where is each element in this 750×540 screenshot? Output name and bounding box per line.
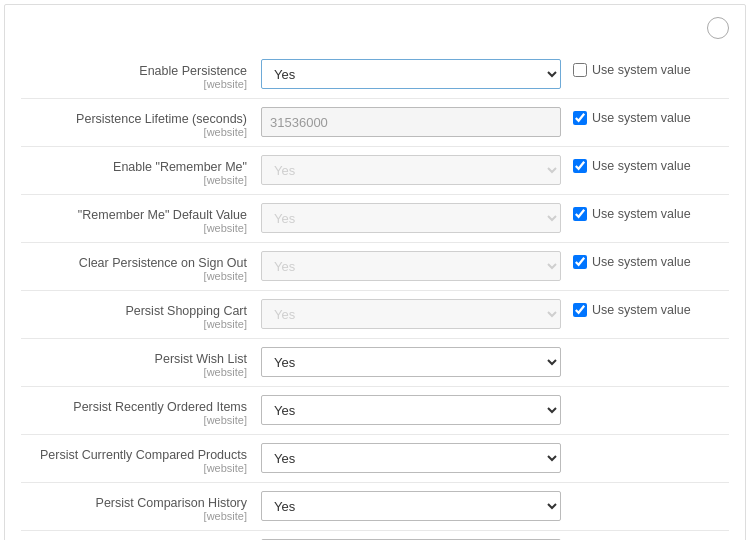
system-value-label-persistence-lifetime[interactable]: Use system value	[573, 111, 691, 125]
control-col-persist-wish-list: YesNo	[261, 347, 561, 377]
control-col-clear-persistence-sign-out: YesNo	[261, 251, 561, 281]
system-value-label-remember-me-default[interactable]: Use system value	[573, 207, 691, 221]
system-value-checkbox-enable-remember-me[interactable]	[573, 159, 587, 173]
form-row-persist-wish-list: Persist Wish List[website]YesNo	[21, 341, 729, 384]
select-persist-wish-list[interactable]: YesNo	[261, 347, 561, 377]
row-divider	[21, 530, 729, 531]
form-row-persist-shopping-cart: Persist Shopping Cart[website]YesNoUse s…	[21, 293, 729, 336]
system-value-text-persist-shopping-cart: Use system value	[592, 303, 691, 317]
label-text-enable-remember-me: Enable "Remember Me"	[21, 160, 247, 174]
input-persistence-lifetime	[261, 107, 561, 137]
system-value-text-remember-me-default: Use system value	[592, 207, 691, 221]
system-value-checkbox-enable-persistence[interactable]	[573, 63, 587, 77]
system-value-col-clear-persistence-sign-out: Use system value	[561, 251, 721, 269]
label-sub-persistence-lifetime: [website]	[21, 126, 247, 138]
row-divider	[21, 338, 729, 339]
system-value-label-enable-persistence[interactable]: Use system value	[573, 63, 691, 77]
label-sub-clear-persistence-sign-out: [website]	[21, 270, 247, 282]
control-col-enable-remember-me: YesNo	[261, 155, 561, 185]
system-value-col-enable-persistence: Use system value	[561, 59, 721, 77]
label-text-clear-persistence-sign-out: Clear Persistence on Sign Out	[21, 256, 247, 270]
select-clear-persistence-sign-out[interactable]: YesNo	[261, 251, 561, 281]
row-divider	[21, 146, 729, 147]
form-row-enable-remember-me: Enable "Remember Me"[website]YesNoUse sy…	[21, 149, 729, 192]
select-persist-shopping-cart[interactable]: YesNo	[261, 299, 561, 329]
label-sub-persist-wish-list: [website]	[21, 366, 247, 378]
control-col-persist-shopping-cart: YesNo	[261, 299, 561, 329]
label-col-persistence-lifetime: Persistence Lifetime (seconds)[website]	[21, 107, 261, 138]
label-sub-enable-persistence: [website]	[21, 78, 247, 90]
system-value-col-persist-wish-list	[561, 347, 721, 351]
control-col-persistence-lifetime	[261, 107, 561, 137]
form-rows: Enable Persistence[website]YesNoUse syst…	[21, 53, 729, 540]
control-col-enable-persistence: YesNo	[261, 59, 561, 89]
system-value-col-enable-remember-me: Use system value	[561, 155, 721, 173]
system-value-col-persistence-lifetime: Use system value	[561, 107, 721, 125]
system-value-checkbox-persist-shopping-cart[interactable]	[573, 303, 587, 317]
control-col-persist-comparison-history: YesNo	[261, 491, 561, 521]
label-text-persistence-lifetime: Persistence Lifetime (seconds)	[21, 112, 247, 126]
system-value-text-clear-persistence-sign-out: Use system value	[592, 255, 691, 269]
label-text-persist-shopping-cart: Persist Shopping Cart	[21, 304, 247, 318]
control-col-persist-currently-compared: YesNo	[261, 443, 561, 473]
select-enable-persistence[interactable]: YesNo	[261, 59, 561, 89]
form-row-persistence-lifetime: Persistence Lifetime (seconds)[website]U…	[21, 101, 729, 144]
system-value-col-persist-shopping-cart: Use system value	[561, 299, 721, 317]
label-sub-persist-recently-ordered: [website]	[21, 414, 247, 426]
control-col-remember-me-default: YesNo	[261, 203, 561, 233]
label-sub-remember-me-default: [website]	[21, 222, 247, 234]
label-col-persist-wish-list: Persist Wish List[website]	[21, 347, 261, 378]
row-divider	[21, 98, 729, 99]
label-col-clear-persistence-sign-out: Clear Persistence on Sign Out[website]	[21, 251, 261, 282]
label-text-persist-recently-ordered: Persist Recently Ordered Items	[21, 400, 247, 414]
row-divider	[21, 194, 729, 195]
select-persist-comparison-history[interactable]: YesNo	[261, 491, 561, 521]
select-enable-remember-me[interactable]: YesNo	[261, 155, 561, 185]
row-divider	[21, 242, 729, 243]
select-persist-recently-ordered[interactable]: YesNo	[261, 395, 561, 425]
system-value-col-persist-comparison-history	[561, 491, 721, 495]
label-sub-enable-remember-me: [website]	[21, 174, 247, 186]
label-col-enable-persistence: Enable Persistence[website]	[21, 59, 261, 90]
general-options-section: Enable Persistence[website]YesNoUse syst…	[4, 4, 746, 540]
row-divider	[21, 290, 729, 291]
form-row-enable-persistence: Enable Persistence[website]YesNoUse syst…	[21, 53, 729, 96]
section-header	[21, 17, 729, 39]
row-divider	[21, 482, 729, 483]
select-remember-me-default[interactable]: YesNo	[261, 203, 561, 233]
row-divider	[21, 386, 729, 387]
system-value-text-persistence-lifetime: Use system value	[592, 111, 691, 125]
label-text-enable-persistence: Enable Persistence	[21, 64, 247, 78]
label-col-enable-remember-me: Enable "Remember Me"[website]	[21, 155, 261, 186]
label-col-persist-recently-ordered: Persist Recently Ordered Items[website]	[21, 395, 261, 426]
select-persist-currently-compared[interactable]: YesNo	[261, 443, 561, 473]
label-sub-persist-currently-compared: [website]	[21, 462, 247, 474]
label-sub-persist-comparison-history: [website]	[21, 510, 247, 522]
form-row-persist-currently-compared: Persist Currently Compared Products[webs…	[21, 437, 729, 480]
form-row-persist-comparison-history: Persist Comparison History[website]YesNo	[21, 485, 729, 528]
system-value-col-persist-currently-compared	[561, 443, 721, 447]
label-col-remember-me-default: "Remember Me" Default Value[website]	[21, 203, 261, 234]
system-value-col-persist-recently-ordered	[561, 395, 721, 399]
label-text-persist-comparison-history: Persist Comparison History	[21, 496, 247, 510]
system-value-label-clear-persistence-sign-out[interactable]: Use system value	[573, 255, 691, 269]
label-col-persist-shopping-cart: Persist Shopping Cart[website]	[21, 299, 261, 330]
collapse-button[interactable]	[707, 17, 729, 39]
form-row-persist-recently-ordered: Persist Recently Ordered Items[website]Y…	[21, 389, 729, 432]
system-value-text-enable-remember-me: Use system value	[592, 159, 691, 173]
control-col-persist-recently-ordered: YesNo	[261, 395, 561, 425]
label-text-persist-currently-compared: Persist Currently Compared Products	[21, 448, 247, 462]
label-text-remember-me-default: "Remember Me" Default Value	[21, 208, 247, 222]
label-col-persist-comparison-history: Persist Comparison History[website]	[21, 491, 261, 522]
label-col-persist-currently-compared: Persist Currently Compared Products[webs…	[21, 443, 261, 474]
system-value-checkbox-remember-me-default[interactable]	[573, 207, 587, 221]
system-value-checkbox-persistence-lifetime[interactable]	[573, 111, 587, 125]
form-row-persist-recently-viewed: Persist Recently Viewed Products[website…	[21, 533, 729, 540]
system-value-checkbox-clear-persistence-sign-out[interactable]	[573, 255, 587, 269]
form-row-clear-persistence-sign-out: Clear Persistence on Sign Out[website]Ye…	[21, 245, 729, 288]
system-value-col-remember-me-default: Use system value	[561, 203, 721, 221]
row-divider	[21, 434, 729, 435]
system-value-label-enable-remember-me[interactable]: Use system value	[573, 159, 691, 173]
form-row-remember-me-default: "Remember Me" Default Value[website]YesN…	[21, 197, 729, 240]
system-value-label-persist-shopping-cart[interactable]: Use system value	[573, 303, 691, 317]
